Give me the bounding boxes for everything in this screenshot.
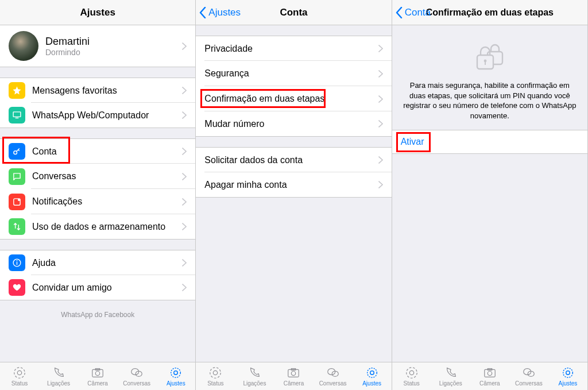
notification-icon xyxy=(9,194,25,210)
row-request-data[interactable]: Solicitar dados da conta xyxy=(196,147,391,172)
chevron-right-icon xyxy=(182,259,187,267)
tab-calls[interactable]: Ligações xyxy=(39,362,78,390)
info-icon xyxy=(9,254,25,271)
svg-rect-10 xyxy=(92,369,103,377)
tab-status[interactable]: Status xyxy=(0,362,39,390)
svg-point-16 xyxy=(171,368,181,378)
chevron-right-icon xyxy=(182,148,187,155)
back-button[interactable]: Conta xyxy=(396,7,431,18)
row-label: Confirmação em duas etapas xyxy=(204,94,378,104)
tab-label: Ligações xyxy=(243,380,266,387)
tab-status[interactable]: Status xyxy=(196,362,235,390)
row-invite-friend[interactable]: Convidar um amigo xyxy=(0,275,195,300)
back-button[interactable]: Ajustes xyxy=(199,7,241,18)
tab-calls[interactable]: Ligações xyxy=(235,362,274,390)
chevron-right-icon xyxy=(378,70,383,78)
tab-chats[interactable]: Conversas xyxy=(117,362,156,390)
row-label: Mudar número xyxy=(204,119,378,129)
row-security[interactable]: Segurança xyxy=(196,61,391,86)
svg-point-13 xyxy=(131,369,139,375)
row-label: Conta xyxy=(32,146,182,157)
row-label: Apagar minha conta xyxy=(204,180,378,190)
tab-label: Conversas xyxy=(123,380,150,387)
svg-point-28 xyxy=(483,60,486,63)
row-label: Ajuda xyxy=(32,258,182,268)
row-whatsapp-web[interactable]: WhatsApp Web/Computador xyxy=(0,103,195,128)
tab-camera[interactable]: Câmera xyxy=(470,362,509,390)
tab-calls[interactable]: Ligações xyxy=(431,362,470,390)
svg-point-31 xyxy=(409,370,413,374)
chevron-right-icon xyxy=(182,223,187,230)
svg-point-37 xyxy=(566,371,570,374)
tab-label: Ligações xyxy=(439,380,462,387)
nav-title: Ajustes xyxy=(80,7,115,18)
account-content: Privacidade Segurança Confirmação em dua… xyxy=(196,25,391,362)
tabbar: Status Ligações Câmera Conversas Ajustes xyxy=(392,362,587,390)
tab-label: Câmera xyxy=(479,380,500,387)
hero-icon-area xyxy=(392,25,587,80)
profile-row[interactable]: Demartini Dormindo xyxy=(0,25,195,67)
nav-title: Conta xyxy=(280,7,307,18)
row-delete-account[interactable]: Apagar minha conta xyxy=(196,172,391,198)
row-label: Segurança xyxy=(204,68,378,79)
row-notifications[interactable]: Notificações xyxy=(0,189,195,214)
chevron-left-icon xyxy=(396,7,403,18)
profile-text: Demartini Dormindo xyxy=(45,36,182,57)
row-change-number[interactable]: Mudar número xyxy=(196,111,391,137)
chevron-right-icon xyxy=(378,156,383,164)
tab-settings[interactable]: Ajustes xyxy=(353,362,392,390)
row-label: Convidar um amigo xyxy=(32,283,182,293)
row-label: Notificações xyxy=(32,196,182,207)
tab-label: Conversas xyxy=(515,380,543,387)
tabbar: Status Ligações Câmera Conversas Ajustes xyxy=(0,362,195,390)
tab-label: Câmera xyxy=(87,380,108,387)
chevron-right-icon xyxy=(182,198,187,206)
chevron-right-icon xyxy=(182,111,187,119)
svg-point-18 xyxy=(214,370,218,374)
row-two-step-verification[interactable]: Confirmação em duas etapas xyxy=(196,86,391,111)
tab-label: Ajustes xyxy=(362,380,381,387)
svg-point-2 xyxy=(14,151,17,155)
tab-camera[interactable]: Câmera xyxy=(274,362,313,390)
account-screen: Ajustes Conta Privacidade Segurança Conf… xyxy=(196,0,392,390)
svg-point-35 xyxy=(524,369,531,375)
row-activate[interactable]: Ativar xyxy=(392,130,587,154)
twostep-screen: Conta Confirmação em duas etapas Para ma… xyxy=(392,0,588,390)
tab-settings[interactable]: Ajustes xyxy=(548,362,587,390)
tab-chats[interactable]: Conversas xyxy=(509,362,548,390)
row-data-usage[interactable]: Uso de dados e armazenamento xyxy=(0,214,195,240)
row-label: Uso de dados e armazenamento xyxy=(32,222,182,232)
row-account[interactable]: Conta xyxy=(0,138,195,164)
chevron-right-icon xyxy=(378,181,383,188)
tab-camera[interactable]: Câmera xyxy=(78,362,117,390)
row-chats[interactable]: Conversas xyxy=(0,164,195,189)
activate-label: Ativar xyxy=(401,137,424,147)
row-help[interactable]: Ajuda xyxy=(0,250,195,275)
svg-point-17 xyxy=(210,368,220,378)
tab-label: Ligações xyxy=(47,380,70,387)
svg-point-7 xyxy=(17,260,18,261)
tab-label: Status xyxy=(11,380,28,387)
svg-point-38 xyxy=(563,368,573,378)
description-text: Para mais segurança, habilite a confirma… xyxy=(392,80,587,130)
svg-rect-29 xyxy=(485,62,486,65)
svg-point-33 xyxy=(488,371,492,375)
row-label: Privacidade xyxy=(204,44,378,54)
profile-status: Dormindo xyxy=(45,48,182,57)
row-label: Conversas xyxy=(32,171,182,182)
avatar xyxy=(9,31,38,61)
tab-settings[interactable]: Ajustes xyxy=(156,362,195,390)
nav-title: Confirmação em duas etapas xyxy=(426,7,554,18)
row-privacy[interactable]: Privacidade xyxy=(196,36,391,61)
tab-chats[interactable]: Conversas xyxy=(314,362,353,390)
chevron-right-icon xyxy=(182,173,187,180)
chevron-right-icon xyxy=(378,45,383,52)
row-starred-messages[interactable]: Mensagens favoritas xyxy=(0,78,195,103)
heart-icon xyxy=(9,279,25,296)
tab-status[interactable]: Status xyxy=(392,362,431,390)
chevron-right-icon xyxy=(378,95,383,103)
svg-rect-19 xyxy=(288,369,299,377)
svg-point-11 xyxy=(95,371,99,375)
row-label: Solicitar dados da conta xyxy=(204,155,378,165)
back-label: Conta xyxy=(405,7,431,18)
